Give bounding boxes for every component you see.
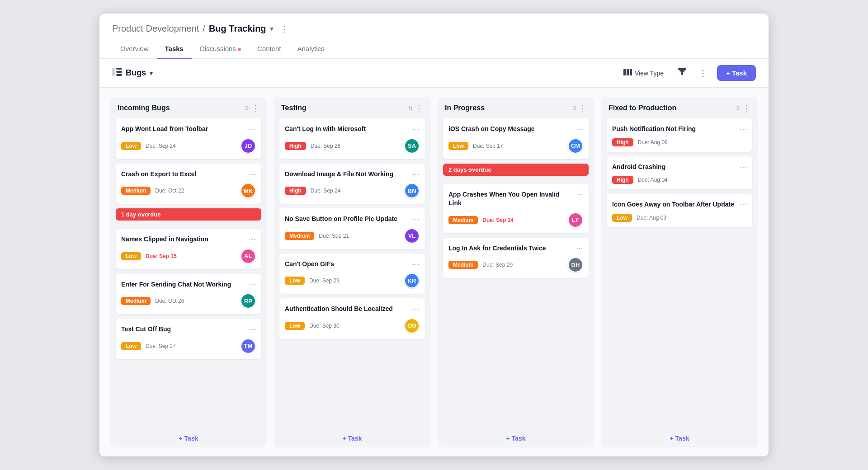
priority-badge: Low (612, 214, 632, 222)
card-menu-icon[interactable]: ⋯ (249, 235, 256, 244)
add-task-column-button[interactable]: + Task (274, 429, 430, 447)
tab-analytics[interactable]: Analytics (289, 41, 333, 59)
kanban-board: Incoming Bugs 9 ⋮ App Wont Load from Too… (99, 88, 769, 456)
card-menu-icon[interactable]: ⋯ (249, 125, 256, 133)
priority-badge: Low (285, 322, 305, 330)
tab-content[interactable]: Content (249, 41, 289, 59)
avatar: SA (404, 138, 420, 154)
tab-overview[interactable]: Overview (112, 41, 157, 59)
due-date: Due: Sep 24 (311, 188, 341, 194)
card-menu-icon[interactable]: ⋯ (412, 170, 420, 179)
due-date: Due: Sep 29 (482, 262, 513, 268)
add-task-column-button[interactable]: + Task (601, 429, 758, 447)
card-header: iOS Crash on Copy Message ⋯ (448, 125, 583, 134)
card-app-crashes-invalid-link: App Crashes When You Open Invalid Link ⋯… (443, 184, 589, 233)
card-header: Log In Ask for Credentials Twice ⋯ (448, 244, 583, 253)
card-header: Push Notification Not Firing ⋯ (612, 125, 747, 134)
due-date: Due: Sep 14 (482, 217, 514, 223)
card-meta: Low Due: Sep 30 OG (285, 318, 420, 334)
priority-badge: Medium (121, 297, 151, 305)
toolbar-right: View Type ⋮ + Task (619, 65, 756, 81)
card-menu-icon[interactable]: ⋯ (740, 200, 747, 209)
card-header: Icon Goes Away on Toolbar After Update ⋯ (612, 200, 747, 209)
add-task-column-button[interactable]: + Task (110, 429, 267, 447)
avatar: KR (404, 273, 420, 288)
card-menu-icon[interactable]: ⋯ (576, 244, 583, 253)
section-chevron-icon[interactable]: ▾ (150, 70, 153, 77)
card-push-notification: Push Notification Not Firing ⋯ High Due:… (607, 118, 752, 152)
card-meta: Low Due: Sep 15 AL (121, 249, 256, 264)
column-cards: iOS Crash on Copy Message ⋯ Low Due: Sep… (438, 117, 594, 429)
columns-icon (623, 69, 632, 77)
filter-icon[interactable] (675, 66, 689, 80)
column-title: In Progress (445, 104, 568, 112)
card-title: Push Notification Not Firing (612, 125, 740, 134)
card-menu-icon[interactable]: ⋯ (249, 280, 256, 289)
card-ios-crash: iOS Crash on Copy Message ⋯ Low Due: Sep… (443, 118, 589, 159)
svg-rect-0 (112, 68, 115, 76)
add-task-column-button[interactable]: + Task (438, 429, 594, 447)
card-text-cut-off: Text Cut Off Bug ⋯ Low Due: Sep 27 TM (116, 319, 261, 359)
card-menu-icon[interactable]: ⋯ (412, 125, 420, 133)
add-task-button[interactable]: + Task (717, 65, 756, 81)
card-android-crashing: Android Crashing ⋯ High Due: Aug 04 (607, 156, 752, 190)
tab-tasks[interactable]: Tasks (157, 41, 192, 59)
sidebar-toggle-icon[interactable] (112, 68, 122, 78)
card-menu-icon[interactable]: ⋯ (576, 125, 583, 133)
column-menu-icon[interactable]: ⋮ (579, 103, 587, 113)
due-date: Due: Sep 17 (473, 143, 503, 149)
card-menu-icon[interactable]: ⋯ (412, 260, 420, 268)
card-menu-icon[interactable]: ⋯ (576, 190, 583, 199)
toolbar-more-icon[interactable]: ⋮ (696, 66, 710, 81)
card-menu-icon[interactable]: ⋯ (412, 215, 420, 223)
card-app-wont-load: App Wont Load from Toolbar ⋯ Low Due: Se… (116, 118, 261, 159)
column-count: 9 (245, 104, 249, 112)
breadcrumb-current: Bug Tracking (209, 24, 266, 34)
column-header-fixed-to-production: Fixed to Production 3 ⋮ (601, 97, 758, 117)
card-title: iOS Crash on Copy Message (448, 125, 576, 134)
card-header: Names Clipped in Navigation ⋯ (121, 235, 256, 244)
card-menu-icon[interactable]: ⋯ (249, 170, 256, 179)
section-label: Bugs (126, 68, 146, 78)
column-count: 5 (409, 104, 412, 112)
due-date: Due: Aug 09 (637, 215, 666, 221)
card-menu-icon[interactable]: ⋯ (412, 305, 420, 313)
due-date: Due: Aug 09 (638, 139, 668, 146)
column-count: 3 (736, 104, 740, 112)
card-login-credentials-twice: Log In Ask for Credentials Twice ⋯ Mediu… (443, 238, 589, 278)
toolbar-left: Bugs ▾ (112, 68, 613, 78)
column-cards: App Wont Load from Toolbar ⋯ Low Due: Se… (110, 117, 267, 429)
due-date: Due: Sep 28 (311, 143, 341, 149)
header: Product Development / Bug Tracking ▾ ⋮ O… (99, 14, 769, 59)
card-title: App Wont Load from Toolbar (121, 125, 249, 134)
card-header: App Crashes When You Open Invalid Link ⋯ (448, 190, 583, 208)
priority-badge: Medium (285, 232, 314, 240)
card-meta: Medium Due: Oct 26 RP (121, 293, 256, 309)
column-header-incoming-bugs: Incoming Bugs 9 ⋮ (110, 97, 267, 117)
view-type-label: View Type (635, 70, 664, 77)
column-header-testing: Testing 5 ⋮ (274, 97, 430, 117)
card-no-save-button: No Save Button on Profile Pic Update ⋯ M… (279, 208, 425, 249)
column-menu-icon[interactable]: ⋮ (251, 103, 259, 113)
breadcrumb-chevron-icon[interactable]: ▾ (270, 24, 274, 33)
card-menu-icon[interactable]: ⋯ (740, 163, 747, 171)
priority-badge: Low (121, 342, 141, 350)
card-meta: Low Due: Sep 27 TM (121, 338, 256, 354)
card-cant-open-gifs: Can't Open GIFs ⋯ Low Due: Sep 29 KR (279, 254, 425, 294)
column-menu-icon[interactable]: ⋮ (742, 103, 750, 113)
card-title: Can't Open GIFs (285, 260, 412, 269)
tab-discussions[interactable]: Discussions (192, 41, 249, 59)
card-menu-icon[interactable]: ⋯ (740, 125, 747, 133)
priority-badge: High (612, 176, 633, 184)
due-date: Due: Sep 30 (309, 323, 340, 329)
column-menu-icon[interactable]: ⋮ (415, 103, 423, 113)
due-date: Due: Sep 29 (309, 277, 340, 284)
card-menu-icon[interactable]: ⋯ (249, 325, 256, 334)
header-menu-dots-icon[interactable]: ⋮ (281, 24, 289, 34)
column-count: 3 (572, 104, 576, 112)
avatar: VL (404, 228, 420, 244)
card-title: Crash on Export to Excel (121, 170, 249, 179)
view-type-button[interactable]: View Type (619, 66, 668, 80)
card-meta: Low Due: Sep 17 CM (448, 138, 583, 154)
card-meta: High Due: Aug 04 (612, 176, 747, 184)
